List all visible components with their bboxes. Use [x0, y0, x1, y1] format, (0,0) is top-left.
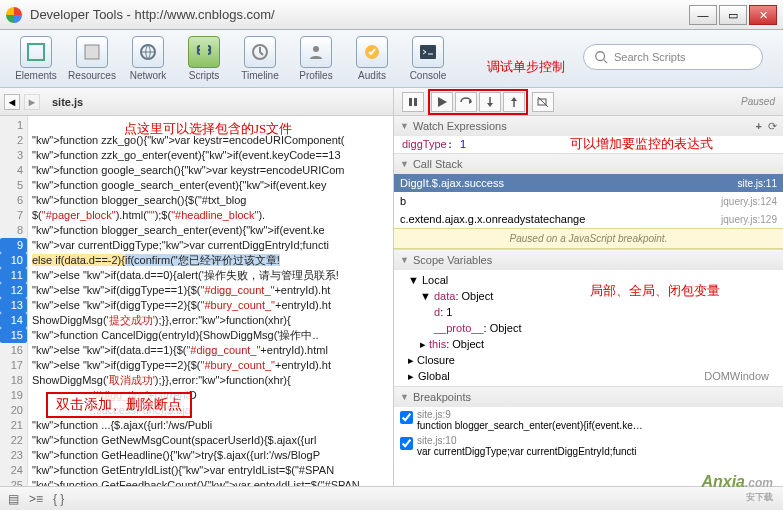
- search-icon: [594, 50, 608, 64]
- scope-section: ▼Scope Variables ▼ Local ▼ data: Objectd…: [394, 250, 783, 387]
- code-editor[interactable]: 1234567891011121314151617181920212223242…: [0, 116, 393, 510]
- pause-on-exceptions-button[interactable]: [402, 92, 424, 112]
- window-title: Developer Tools - http://www.cnblogs.com…: [30, 7, 689, 22]
- breakpoint-checkbox[interactable]: [400, 437, 413, 450]
- network-icon: [132, 36, 164, 68]
- line-number[interactable]: 8: [0, 223, 23, 238]
- pretty-print-button[interactable]: { }: [53, 492, 64, 506]
- svg-rect-6: [420, 45, 436, 59]
- search-scripts-input[interactable]: Search Scripts: [583, 44, 763, 70]
- line-number[interactable]: 22: [0, 433, 23, 448]
- audits-icon: [356, 36, 388, 68]
- code-text: "kw">function zzk_go(){"kw">var keystr=e…: [28, 116, 393, 510]
- nav-back-button[interactable]: ◄: [4, 94, 20, 110]
- tab-profiles[interactable]: Profiles: [288, 36, 344, 81]
- pause-message: Paused on a JavaScript breakpoint.: [394, 228, 783, 249]
- line-number[interactable]: 19: [0, 388, 23, 403]
- line-number[interactable]: 21: [0, 418, 23, 433]
- breakpoint-item[interactable]: site.js:9function blogger_search_enter(e…: [394, 407, 783, 433]
- line-number[interactable]: 16: [0, 343, 23, 358]
- line-number[interactable]: 10: [0, 253, 27, 268]
- line-number[interactable]: 17: [0, 358, 23, 373]
- tab-audits[interactable]: Audits: [344, 36, 400, 81]
- svg-marker-16: [511, 97, 517, 101]
- chrome-icon: [6, 7, 22, 23]
- line-number[interactable]: 4: [0, 163, 23, 178]
- tab-elements[interactable]: Elements: [8, 36, 64, 81]
- svg-marker-14: [487, 103, 493, 107]
- disclosure-triangle-icon: ▼: [400, 121, 409, 131]
- step-controls-group: [428, 89, 528, 115]
- current-file[interactable]: site.js: [52, 96, 83, 108]
- refresh-watch-button[interactable]: ⟳: [768, 120, 777, 133]
- svg-rect-10: [414, 98, 417, 106]
- line-gutter[interactable]: 1234567891011121314151617181920212223242…: [0, 116, 28, 510]
- show-console-button[interactable]: ▤: [8, 492, 19, 506]
- callstack-section: ▼Call Stack DiggIt.$.ajax.successsite.js…: [394, 154, 783, 250]
- line-number[interactable]: 18: [0, 373, 23, 388]
- console-icon: [412, 36, 444, 68]
- window-titlebar: Developer Tools - http://www.cnblogs.com…: [0, 0, 783, 30]
- breakpoint-item[interactable]: site.js:10var currentDiggType;var curren…: [394, 433, 783, 459]
- debug-toolbar: Paused: [394, 88, 783, 116]
- source-pane: ◄ ► site.js 1234567891011121314151617181…: [0, 88, 394, 510]
- debugger-pane: Paused ▼ Watch Expressions + ⟳ diggType:…: [394, 88, 783, 510]
- svg-point-4: [313, 46, 319, 52]
- svg-rect-9: [409, 98, 412, 106]
- breakpoint-checkbox[interactable]: [400, 411, 413, 424]
- close-button[interactable]: ✕: [749, 5, 777, 25]
- line-number[interactable]: 3: [0, 148, 23, 163]
- watch-header[interactable]: ▼ Watch Expressions + ⟳: [394, 116, 783, 136]
- callstack-frame[interactable]: DiggIt.$.ajax.successsite.js:11: [394, 174, 783, 192]
- tab-network[interactable]: Network: [120, 36, 176, 81]
- console-drawer-button[interactable]: >≡: [29, 492, 43, 506]
- line-number[interactable]: 15: [0, 328, 27, 343]
- source-tabbar: ◄ ► site.js: [0, 88, 393, 116]
- step-over-button[interactable]: [455, 92, 477, 112]
- line-number[interactable]: 6: [0, 193, 23, 208]
- line-number[interactable]: 2: [0, 133, 23, 148]
- watermark: Anxia.com 安下载: [701, 473, 773, 504]
- watch-section: ▼ Watch Expressions + ⟳ diggType: 1: [394, 116, 783, 154]
- svg-rect-1: [85, 45, 99, 59]
- line-number[interactable]: 5: [0, 178, 23, 193]
- line-number[interactable]: 11: [0, 268, 27, 283]
- add-watch-button[interactable]: +: [756, 120, 762, 133]
- svg-point-7: [596, 52, 605, 61]
- tab-console[interactable]: Console: [400, 36, 456, 81]
- line-number[interactable]: 12: [0, 283, 27, 298]
- line-number[interactable]: 24: [0, 463, 23, 478]
- profiles-icon: [300, 36, 332, 68]
- annotation-breakpoint: 双击添加、删除断点: [46, 392, 192, 418]
- tab-resources[interactable]: Resources: [64, 36, 120, 81]
- line-number[interactable]: 1: [0, 118, 23, 133]
- resources-icon: [76, 36, 108, 68]
- callstack-frame[interactable]: c.extend.ajax.g.x.onreadystatechangejque…: [394, 210, 783, 228]
- paused-label: Paused: [741, 96, 775, 107]
- line-number[interactable]: 20: [0, 403, 23, 418]
- breakpoints-header[interactable]: ▼Breakpoints: [394, 387, 783, 407]
- resume-button[interactable]: [431, 92, 453, 112]
- tab-timeline[interactable]: Timeline: [232, 36, 288, 81]
- svg-rect-0: [28, 44, 44, 60]
- line-number[interactable]: 13: [0, 298, 27, 313]
- nav-fwd-button[interactable]: ►: [24, 94, 40, 110]
- minimize-button[interactable]: —: [689, 5, 717, 25]
- scope-header[interactable]: ▼Scope Variables: [394, 250, 783, 270]
- line-number[interactable]: 23: [0, 448, 23, 463]
- tab-scripts[interactable]: Scripts: [176, 36, 232, 81]
- maximize-button[interactable]: ▭: [719, 5, 747, 25]
- timeline-icon: [244, 36, 276, 68]
- callstack-header[interactable]: ▼Call Stack: [394, 154, 783, 174]
- callstack-frame[interactable]: bjquery.js:124: [394, 192, 783, 210]
- step-out-button[interactable]: [503, 92, 525, 112]
- line-number[interactable]: 7: [0, 208, 23, 223]
- scripts-icon: [188, 36, 220, 68]
- devtools-toolbar: ElementsResourcesNetworkScriptsTimelineP…: [0, 30, 783, 88]
- elements-icon: [20, 36, 52, 68]
- step-into-button[interactable]: [479, 92, 501, 112]
- line-number[interactable]: 14: [0, 313, 27, 328]
- line-number[interactable]: 9: [0, 238, 27, 253]
- deactivate-breakpoints-button[interactable]: [532, 92, 554, 112]
- svg-line-8: [604, 60, 608, 64]
